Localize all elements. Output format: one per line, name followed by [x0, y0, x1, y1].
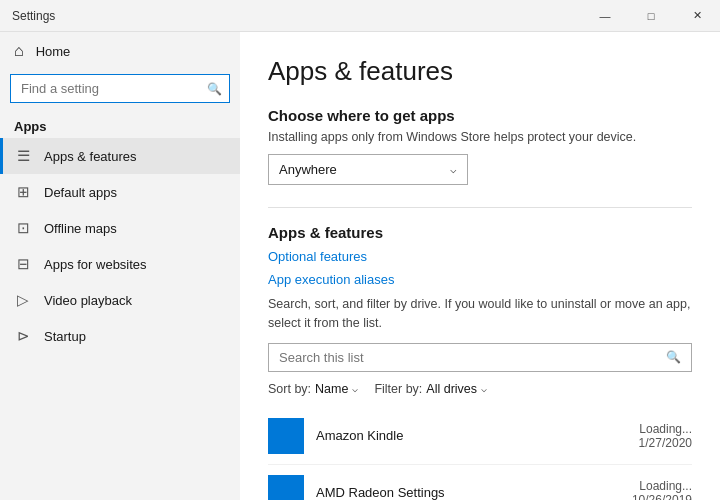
- app-status: Loading... 10/26/2019: [632, 479, 692, 501]
- titlebar: Settings — □ ✕: [0, 0, 720, 32]
- sidebar-item-default-apps[interactable]: ⊞ Default apps: [0, 174, 240, 210]
- sidebar-item-apps-websites[interactable]: ⊟ Apps for websites: [0, 246, 240, 282]
- app-name: AMD Radeon Settings: [316, 485, 620, 500]
- sidebar-section-label: Apps: [0, 111, 240, 138]
- app-icon: [268, 475, 304, 501]
- table-row[interactable]: Amazon Kindle Loading... 1/27/2020: [268, 408, 692, 465]
- page-title: Apps & features: [268, 56, 692, 87]
- app-date: 1/27/2020: [639, 436, 692, 450]
- search-list-icon: 🔍: [666, 350, 681, 364]
- table-row[interactable]: AMD Radeon Settings Loading... 10/26/201…: [268, 465, 692, 501]
- app-icon: [268, 418, 304, 454]
- app-name: Amazon Kindle: [316, 428, 627, 443]
- startup-icon: ⊳: [14, 327, 32, 345]
- sort-value: Name: [315, 382, 348, 396]
- content-area: Apps & features Choose where to get apps…: [240, 32, 720, 500]
- section-divider: [268, 207, 692, 208]
- filter-label: Filter by:: [374, 382, 422, 396]
- filter-chevron-icon: ⌵: [481, 383, 487, 394]
- window-title: Settings: [12, 9, 55, 23]
- search-list-box: 🔍: [268, 343, 692, 372]
- search-list-input[interactable]: [279, 350, 666, 365]
- sidebar-item-home[interactable]: ⌂ Home: [0, 32, 240, 70]
- search-icon: 🔍: [207, 82, 222, 96]
- sort-filter[interactable]: Sort by: Name ⌵: [268, 382, 358, 396]
- offline-maps-icon: ⊡: [14, 219, 32, 237]
- sort-chevron-icon: ⌵: [352, 383, 358, 394]
- app-info: Amazon Kindle: [316, 428, 627, 443]
- home-icon: ⌂: [14, 42, 24, 60]
- drive-filter[interactable]: Filter by: All drives ⌵: [374, 382, 487, 396]
- anywhere-dropdown[interactable]: Anywhere ⌵: [268, 154, 468, 185]
- search-input[interactable]: [10, 74, 230, 103]
- apps-websites-icon: ⊟: [14, 255, 32, 273]
- dropdown-chevron-icon: ⌵: [450, 163, 457, 176]
- minimize-button[interactable]: —: [582, 0, 628, 32]
- apps-features-icon: ☰: [14, 147, 32, 165]
- sort-label: Sort by:: [268, 382, 311, 396]
- app-execution-aliases-link[interactable]: App execution aliases: [268, 272, 692, 287]
- app-status: Loading... 1/27/2020: [639, 422, 692, 450]
- search-box: 🔍: [10, 74, 230, 103]
- sidebar-item-apps-features[interactable]: ☰ Apps & features: [0, 138, 240, 174]
- sidebar-item-label: Startup: [44, 329, 86, 344]
- maximize-button[interactable]: □: [628, 0, 674, 32]
- close-button[interactable]: ✕: [674, 0, 720, 32]
- app-info: AMD Radeon Settings: [316, 485, 620, 500]
- video-playback-icon: ▷: [14, 291, 32, 309]
- filter-value: All drives: [426, 382, 477, 396]
- sidebar-item-video-playback[interactable]: ▷ Video playback: [0, 282, 240, 318]
- app-list: Amazon Kindle Loading... 1/27/2020 AMD R…: [268, 408, 692, 501]
- section2-heading: Apps & features: [268, 224, 692, 241]
- filter-row: Sort by: Name ⌵ Filter by: All drives ⌵: [268, 382, 692, 396]
- sidebar-item-label: Default apps: [44, 185, 117, 200]
- window-controls: — □ ✕: [582, 0, 720, 32]
- home-label: Home: [36, 44, 71, 59]
- optional-features-link[interactable]: Optional features: [268, 249, 692, 264]
- sidebar-item-label: Offline maps: [44, 221, 117, 236]
- default-apps-icon: ⊞: [14, 183, 32, 201]
- section1-desc: Installing apps only from Windows Store …: [268, 130, 692, 144]
- app-loading: Loading...: [632, 479, 692, 493]
- sidebar-item-label: Video playback: [44, 293, 132, 308]
- sidebar-item-offline-maps[interactable]: ⊡ Offline maps: [0, 210, 240, 246]
- app-loading: Loading...: [639, 422, 692, 436]
- sidebar-item-label: Apps for websites: [44, 257, 147, 272]
- sidebar: ⌂ Home 🔍 Apps ☰ Apps & features ⊞ Defaul…: [0, 32, 240, 500]
- dropdown-value: Anywhere: [279, 162, 337, 177]
- sidebar-item-label: Apps & features: [44, 149, 137, 164]
- section1-heading: Choose where to get apps: [268, 107, 692, 124]
- sidebar-item-startup[interactable]: ⊳ Startup: [0, 318, 240, 354]
- app-body: ⌂ Home 🔍 Apps ☰ Apps & features ⊞ Defaul…: [0, 32, 720, 500]
- app-date: 10/26/2019: [632, 493, 692, 501]
- section-subdesc: Search, sort, and filter by drive. If yo…: [268, 295, 692, 333]
